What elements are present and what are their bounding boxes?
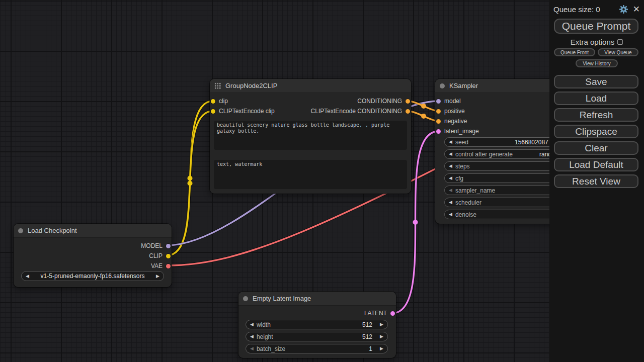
node-header[interactable]: Empty Latent Image [238,292,396,306]
slot-label: positive [444,108,465,115]
output-dot-latent[interactable] [390,311,395,316]
load-default-button[interactable]: Load Default [554,158,638,171]
output-dot-conditioning[interactable] [406,109,410,114]
slot-label: negative [444,118,467,125]
widget-label: cfg [455,175,463,182]
slot-label: LATENT [364,310,387,317]
input-slot-cliptextencode-clip[interactable]: CLIPTextEncode clip [211,106,275,116]
widget-value: 1566802087 [515,139,548,146]
slot-label: latent_image [444,128,479,135]
node-title: Load Checkpoint [28,227,77,234]
widget-ckpt-name[interactable]: ◀ v1-5-pruned-emaonly-fp16.safetensors ▶ [21,271,164,281]
output-dot-conditioning[interactable] [406,99,410,104]
decrement-arrow-icon[interactable]: ◀ [449,164,452,168]
input-dot-conditioning[interactable] [436,119,441,124]
decrement-arrow-icon[interactable]: ◀ [250,346,254,351]
slot-label: CLIPTextEncode CONDITIONING [311,108,402,115]
input-dot-clip[interactable] [211,109,215,114]
save-button[interactable]: Save [554,75,638,88]
increment-arrow-icon[interactable]: ▶ [380,322,383,327]
output-dot-vae[interactable] [166,264,171,268]
widget-scheduler[interactable]: ◀ scheduler [444,198,562,207]
collapse-dot-icon[interactable] [440,83,445,88]
node-header[interactable]: GroupNode2CLIP [210,79,411,93]
decrement-arrow-icon[interactable]: ◀ [449,212,452,217]
input-slot-model[interactable]: model [436,96,461,106]
prev-arrow-icon[interactable]: ◀ [26,274,29,279]
output-slot-conditioning[interactable]: CONDITIONING [357,96,410,106]
load-button[interactable]: Load [554,92,638,105]
output-slot-cliptextencode-conditioning[interactable]: CLIPTextEncode CONDITIONING [311,106,410,116]
output-slot-clip[interactable]: CLIP [149,251,171,261]
extra-options-label: Extra options [571,38,615,46]
input-slot-negative[interactable]: negative [436,116,467,126]
decrement-arrow-icon[interactable]: ◀ [449,140,452,144]
positive-prompt-textarea[interactable]: beautiful scenery nature glass bottle la… [214,121,407,150]
output-dot-model[interactable] [166,244,171,248]
collapse-dot-icon[interactable] [243,296,248,301]
node-load-checkpoint[interactable]: Load Checkpoint MODEL CLIP VAE ◀ v1-5-pr… [14,224,172,287]
view-history-button[interactable]: View History [576,59,618,67]
refresh-button[interactable]: Refresh [554,108,638,122]
widget-cfg[interactable]: ◀ cfg [444,173,562,183]
node-header[interactable]: Load Checkpoint [14,224,172,238]
widget-label: seed [455,139,468,146]
widget-label: width [257,321,271,328]
negative-prompt-textarea[interactable]: text, watermark [214,160,407,189]
widget-value: 1 [369,345,372,352]
widget-value: v1-5-pruned-emaonly-fp16.safetensors [32,273,153,280]
widget-label: control after generate [455,151,513,158]
slot-label: MODEL [141,242,163,249]
increment-arrow-icon[interactable]: ▶ [380,346,383,351]
output-dot-clip[interactable] [166,254,171,258]
slot-label: CLIPTextEncode clip [219,108,275,115]
reset-view-button[interactable]: Reset View [554,174,638,188]
collapse-dot-icon[interactable] [18,228,23,233]
view-queue-button[interactable]: View Queue [598,48,638,56]
input-slot-clip[interactable]: clip [211,96,228,106]
decrement-arrow-icon[interactable]: ◀ [449,188,452,193]
widget-value: 512 [362,321,372,328]
increment-arrow-icon[interactable]: ▶ [380,334,383,339]
widget-batch-size[interactable]: ◀ batch_size 1 ▶ [246,344,388,353]
input-slot-positive[interactable]: positive [436,106,465,116]
node-title: Empty Latent Image [253,295,311,302]
input-dot-conditioning[interactable] [436,109,441,114]
widget-width[interactable]: ◀ width 512 ▶ [246,320,388,329]
node-groupnode2clip[interactable]: GroupNode2CLIP clip CLIPTextEncode clip … [210,79,411,194]
extra-options-checkbox[interactable] [617,39,623,45]
decrement-arrow-icon[interactable]: ◀ [449,200,452,205]
slot-label: CLIP [149,252,163,259]
widget-height[interactable]: ◀ height 512 ▶ [246,332,388,341]
clear-button[interactable]: Clear [554,141,638,155]
queue-prompt-button[interactable]: Queue Prompt [554,19,638,34]
widget-seed[interactable]: ◀ seed 1566802087 [444,137,562,147]
widget-steps[interactable]: ◀ steps [444,161,562,171]
settings-gear-icon[interactable] [619,5,628,14]
slot-label: VAE [151,262,163,269]
decrement-arrow-icon[interactable]: ◀ [250,322,254,327]
output-slot-latent[interactable]: LATENT [364,308,395,318]
widget-denoise[interactable]: ◀ denoise [444,210,562,219]
slot-label: CONDITIONING [357,98,402,105]
input-slot-latent-image[interactable]: latent_image [436,126,479,136]
queue-front-button[interactable]: Queue Front [554,48,595,56]
input-dot-clip[interactable] [211,99,215,104]
widget-label: height [257,333,273,340]
output-slot-model[interactable]: MODEL [141,241,171,251]
decrement-arrow-icon[interactable]: ◀ [449,152,452,156]
input-dot-latent[interactable] [436,129,441,134]
node-empty-latent-image[interactable]: Empty Latent Image LATENT ◀ width 512 ▶ … [238,292,396,358]
input-dot-model[interactable] [436,99,441,104]
output-slot-vae[interactable]: VAE [151,261,171,271]
close-icon[interactable]: ✕ [633,5,640,14]
widget-label: sampler_name [455,187,495,194]
node-graph-canvas[interactable]: GroupNode2CLIP clip CLIPTextEncode clip … [0,0,644,362]
decrement-arrow-icon[interactable]: ◀ [250,334,254,339]
decrement-arrow-icon[interactable]: ◀ [449,176,452,180]
widget-value: 512 [362,333,372,340]
widget-control-after-generate[interactable]: ◀ control after generate randomize [444,149,562,159]
widget-sampler-name[interactable]: ◀ sampler_name [444,186,562,195]
next-arrow-icon[interactable]: ▶ [156,274,159,279]
clipspace-button[interactable]: Clipspace [554,125,638,138]
